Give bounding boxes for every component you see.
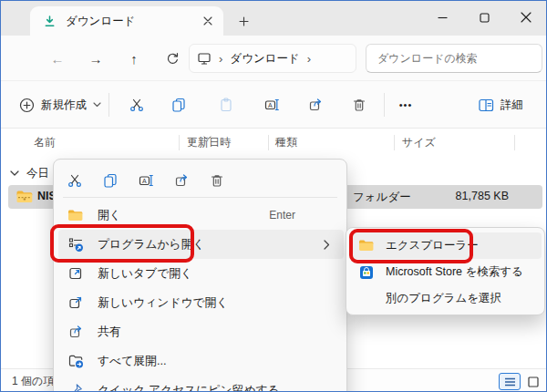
paste-button[interactable]: [213, 93, 239, 117]
submenu-item-choose-another-app[interactable]: 別のプログラムを選択: [351, 285, 542, 312]
breadcrumb-location[interactable]: ダウンロード: [230, 51, 299, 67]
close-button[interactable]: [506, 1, 546, 34]
menu-item-share[interactable]: 共有: [58, 317, 344, 346]
open-with-submenu: エクスプローラー Microsoft Store を検索する 別のプログラムを選…: [346, 227, 545, 315]
menu-item-label: 開く: [98, 208, 269, 223]
folder-icon: [358, 239, 375, 253]
plus-circle-icon: [19, 98, 35, 113]
delete-icon[interactable]: [202, 167, 232, 194]
pin-icon: [67, 382, 85, 392]
submenu-item-microsoft-store[interactable]: Microsoft Store を検索する: [351, 259, 542, 285]
menu-item-label: すべて展開...: [98, 354, 335, 369]
submenu-item-label: 別のプログラムを選択: [386, 291, 501, 306]
forward-icon[interactable]: →: [85, 47, 107, 69]
column-header-type[interactable]: 種類: [275, 130, 297, 154]
details-view-toggle[interactable]: [499, 373, 521, 390]
chevron-down-icon: [93, 102, 101, 108]
menu-item-label: 共有: [98, 325, 335, 340]
title-bar: ダウンロード: [1, 1, 546, 36]
details-pane-label: 詳細: [501, 98, 523, 113]
context-menu: A 開く Enter プログラムから開く: [53, 159, 347, 392]
column-header-size[interactable]: サイズ: [402, 130, 436, 154]
search-box[interactable]: [366, 44, 542, 73]
column-header-name[interactable]: 名前: [34, 130, 56, 154]
menu-item-label: プログラムから開く: [98, 237, 324, 253]
up-icon[interactable]: ↑: [123, 47, 145, 69]
rename-button[interactable]: A: [259, 93, 284, 117]
submenu-item-label: エクスプローラー: [386, 238, 479, 253]
tab-title: ダウンロード: [66, 14, 200, 29]
tab-close-icon[interactable]: [200, 13, 216, 29]
menu-item-shortcut: Enter: [269, 209, 295, 222]
maximize-button[interactable]: [464, 1, 504, 34]
breadcrumb[interactable]: › ダウンロード ›: [189, 44, 356, 73]
rename-icon[interactable]: A: [131, 167, 160, 194]
menu-item-label: 新しいウィンドウで開く: [98, 295, 335, 311]
this-pc-icon: [197, 51, 212, 66]
open-new-window-icon: [67, 294, 85, 311]
file-size: 81,785 KB: [452, 190, 509, 202]
menu-item-label: 新しいタブで開く: [98, 266, 335, 282]
group-label: 今日: [26, 166, 49, 181]
new-tab-button[interactable]: [234, 12, 253, 30]
copy-button[interactable]: [166, 93, 191, 117]
menu-item-pin-quick-access[interactable]: クイック アクセスにピン留めする: [58, 376, 344, 392]
command-toolbar: 新規作成 A ••• 詳細: [1, 81, 546, 129]
download-icon: [43, 15, 57, 28]
cut-button[interactable]: [124, 93, 150, 117]
menu-item-open-new-window[interactable]: 新しいウィンドウで開く: [58, 288, 344, 317]
sort-indicator-icon: [203, 128, 212, 144]
refresh-icon[interactable]: [161, 47, 183, 69]
file-type: フォルダー: [353, 190, 411, 205]
menu-item-extract-all[interactable]: すべて展開...: [58, 346, 344, 376]
svg-text:A: A: [268, 102, 273, 108]
navigation-bar: ← → ↑ › ダウンロード ›: [1, 36, 546, 81]
tab-downloads[interactable]: ダウンロード: [30, 6, 223, 36]
menu-item-open-with[interactable]: プログラムから開く: [58, 230, 344, 259]
microsoft-store-icon: [358, 265, 375, 280]
copy-icon[interactable]: [96, 167, 125, 194]
submenu-item-explorer[interactable]: エクスプローラー: [351, 232, 542, 259]
open-with-icon: [67, 236, 85, 253]
explorer-window: ダウンロード ← → ↑ › ダウンロード: [0, 0, 547, 392]
back-icon[interactable]: ←: [46, 47, 68, 69]
cut-icon[interactable]: [60, 167, 89, 194]
folder-icon: [67, 207, 85, 223]
chevron-right-icon: ›: [219, 52, 222, 66]
share-icon[interactable]: [167, 167, 196, 194]
menu-item-label: クイック アクセスにピン留めする: [98, 383, 335, 392]
svg-text:A: A: [142, 178, 147, 184]
minimize-button[interactable]: [422, 1, 462, 34]
open-new-tab-icon: [67, 265, 85, 282]
share-button[interactable]: [303, 93, 328, 117]
new-button-label: 新規作成: [41, 98, 87, 113]
more-options-button[interactable]: •••: [393, 93, 418, 117]
submenu-item-label: Microsoft Store を検索する: [386, 264, 523, 280]
details-pane-button[interactable]: 詳細: [473, 92, 529, 118]
share-icon: [67, 324, 85, 340]
chevron-down-icon[interactable]: [10, 170, 19, 176]
zip-folder-icon: [15, 189, 34, 209]
menu-item-open[interactable]: 開く Enter: [58, 201, 344, 230]
icons-view-toggle[interactable]: [523, 373, 543, 390]
extract-all-icon: [67, 353, 85, 369]
details-pane-icon: [479, 98, 494, 112]
search-input[interactable]: [366, 52, 542, 65]
delete-button[interactable]: [346, 93, 372, 117]
chevron-right-icon[interactable]: ›: [307, 52, 311, 66]
submenu-chevron-icon: [324, 240, 330, 250]
new-button[interactable]: 新規作成: [14, 92, 107, 118]
menu-item-open-new-tab[interactable]: 新しいタブで開く: [58, 259, 344, 288]
group-today[interactable]: 今日: [10, 163, 49, 183]
